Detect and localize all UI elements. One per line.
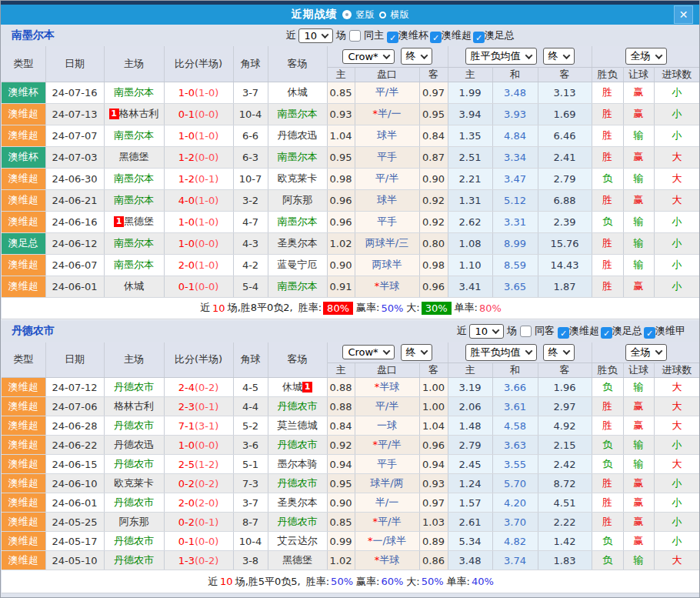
- asian-away-odds: 1.04: [419, 416, 448, 436]
- handicap-result: 赢: [623, 189, 654, 211]
- scope-select[interactable]: 全场: [625, 344, 667, 361]
- asian-handicap: 两球半: [355, 254, 419, 276]
- col-euro-away: 客: [538, 67, 592, 82]
- europe-odds-select[interactable]: 胜平负均值: [465, 344, 537, 361]
- league-type-badge: 澳维超: [2, 416, 45, 436]
- filter-bar: 近 10 场 同客 澳维超澳足总澳维甲: [456, 324, 687, 339]
- league-type-badge: 澳维超: [2, 276, 45, 297]
- goals-result: 大: [654, 397, 700, 416]
- europe-state-select[interactable]: 终: [543, 344, 575, 361]
- same-away-label[interactable]: 同客: [535, 324, 555, 338]
- away-team: 丹德农迅: [268, 125, 327, 146]
- euro-draw-odds: 5.70: [492, 474, 538, 493]
- euro-draw-odds: 3.48: [492, 82, 538, 103]
- corner-score: 5-4: [233, 276, 268, 297]
- vertical-layout-radio[interactable]: [342, 10, 352, 19]
- col-type: 类型: [2, 342, 45, 378]
- league-checkbox-label[interactable]: 澳足总: [485, 29, 515, 41]
- away-team: 休城: [268, 82, 327, 103]
- euro-draw-odds: 3.66: [492, 378, 538, 397]
- asian-home-odds: 0.88: [327, 397, 355, 416]
- bookmaker-select[interactable]: Crow*: [342, 49, 394, 64]
- handicap-result: 赢: [623, 474, 654, 493]
- match-count-select[interactable]: 10: [469, 324, 504, 339]
- asian-away-odds: 0.80: [419, 232, 448, 254]
- asian-away-odds: 0.87: [419, 146, 448, 168]
- same-home-label[interactable]: 同主: [364, 28, 384, 42]
- league-checkbox[interactable]: [430, 32, 442, 43]
- asian-away-odds: 0.89: [419, 532, 448, 551]
- league-checkbox-label[interactable]: 澳维甲: [655, 325, 685, 336]
- league-checkbox[interactable]: [558, 327, 569, 339]
- asian-handicap: *半球: [355, 276, 419, 297]
- away-team: 南墨尔本: [268, 146, 327, 168]
- odds-state-select[interactable]: 终: [401, 344, 432, 361]
- score: 0-1(0-0): [164, 103, 233, 125]
- match-date: 24-06-16: [45, 211, 104, 232]
- bookmaker-select[interactable]: Crow*: [342, 345, 394, 359]
- asian-away-odds: 0.97: [419, 493, 448, 513]
- win-loss-result: 负: [592, 378, 623, 397]
- asian-away-odds: 0.97: [419, 82, 448, 103]
- corner-score: 10-7: [233, 168, 268, 189]
- europe-state-select[interactable]: 终: [543, 48, 575, 65]
- league-checkbox-label[interactable]: 澳维超: [569, 325, 599, 336]
- match-row: 澳维超24-06-22丹德农迅1-0(0-0)3-6丹德农市0.92*平/半0.…: [2, 436, 700, 455]
- away-team: 丹德农市: [268, 436, 327, 455]
- euro-away-odds: 2.79: [538, 168, 592, 189]
- score: 0-1(0-0): [164, 532, 233, 551]
- asian-handicap: *半球: [355, 378, 419, 397]
- score: 7-1(3-1): [164, 416, 233, 436]
- euro-draw-odds: 3.55: [492, 455, 538, 474]
- euro-home-odds: 2.79: [448, 436, 492, 455]
- handicap-result: 输: [623, 232, 654, 254]
- league-checkbox[interactable]: [644, 327, 655, 339]
- league-checkbox-label[interactable]: 澳维超: [442, 29, 472, 41]
- league-checkbox-label[interactable]: 澳维杯: [398, 29, 428, 41]
- league-checkbox-label[interactable]: 澳足总: [612, 325, 642, 336]
- win-loss-result: 胜: [592, 276, 623, 297]
- match-row: 澳维超24-06-10欧克莱卡0-2(0-2)7-3丹德农市0.95球半/两0.…: [2, 474, 700, 493]
- asian-home-odds: 0.90: [327, 254, 355, 276]
- vertical-layout-label[interactable]: 竖版: [356, 8, 375, 22]
- asian-away-odds: 0.84: [419, 125, 448, 146]
- europe-odds-select[interactable]: 胜平负均值: [465, 48, 537, 65]
- win-loss-result: 胜: [592, 397, 623, 416]
- home-team: 1格林古利: [104, 103, 164, 125]
- euro-away-odds: 2.97: [538, 397, 592, 416]
- horizontal-layout-radio[interactable]: [379, 12, 386, 18]
- match-row: 澳维超24-06-161黑德堡1-0(1-0)4-7南墨尔本0.96平手0.92…: [2, 211, 700, 232]
- league-checkbox[interactable]: [387, 32, 398, 43]
- home-team: 丹德农市: [104, 416, 164, 436]
- away-team: 圣奥尔本: [268, 232, 327, 254]
- league-type-badge: 澳维超: [2, 378, 45, 397]
- asian-handicap: 两球半/三: [355, 232, 419, 254]
- odds-state-select[interactable]: 终: [401, 48, 432, 65]
- match-row: 澳维超24-06-28丹德农市7-1(3-1)5-2莫兰德城0.84一球1.04…: [2, 416, 700, 436]
- match-count-select[interactable]: 10: [298, 28, 333, 43]
- same-home-checkbox[interactable]: [349, 30, 361, 42]
- corner-score: 6-3: [233, 146, 268, 168]
- horizontal-layout-label[interactable]: 横版: [391, 8, 409, 22]
- league-checkbox[interactable]: [601, 327, 612, 339]
- asian-away-odds: 0.95: [419, 103, 448, 125]
- close-icon[interactable]: ✕: [674, 5, 693, 24]
- euro-home-odds: 3.94: [448, 103, 492, 125]
- league-checkbox[interactable]: [473, 32, 485, 43]
- euro-home-odds: 2.51: [448, 146, 492, 168]
- col-away: 客场: [268, 342, 327, 378]
- euro-draw-odds: 3.34: [492, 146, 538, 168]
- home-team: 黑德堡: [104, 146, 164, 168]
- asian-home-odds: 0.85: [327, 82, 355, 103]
- euro-home-odds: 1.57: [448, 493, 492, 513]
- corner-score: 6-6: [233, 125, 268, 146]
- asian-away-odds: 1.00: [419, 378, 448, 397]
- win-loss-result: 负: [592, 436, 623, 455]
- away-team: 阿东那: [268, 189, 327, 211]
- match-date: 24-05-25: [45, 513, 104, 532]
- away-team: 艾云达尔: [268, 532, 327, 551]
- same-away-checkbox[interactable]: [520, 326, 532, 337]
- handicap-result: 输: [623, 168, 654, 189]
- recent-results-dialog: 近期战绩 竖版 横版 ✕ 南墨尔本 近 10 场 同主 澳维杯澳维超澳足总: [0, 0, 700, 598]
- scope-select[interactable]: 全场: [625, 48, 667, 65]
